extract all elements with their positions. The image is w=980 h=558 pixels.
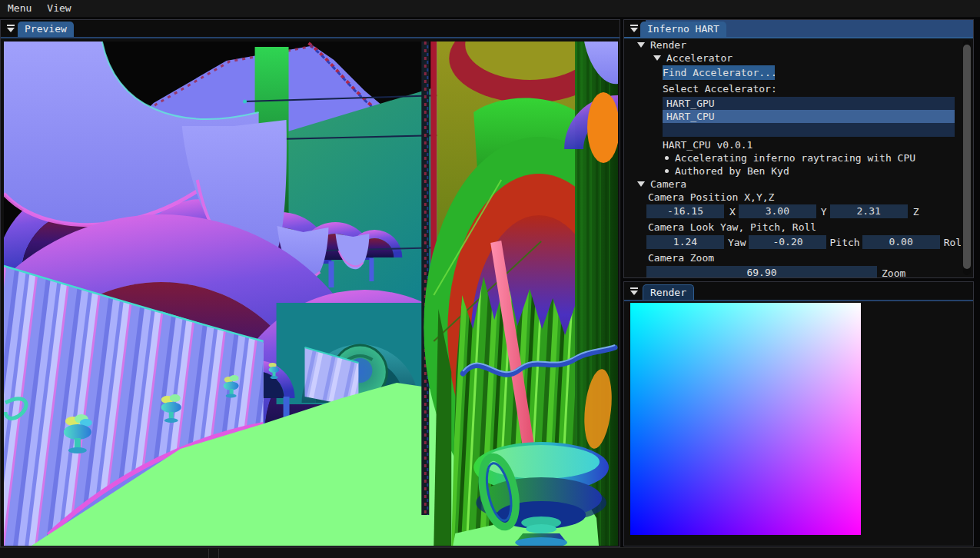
tree-node-camera[interactable]: Camera — [637, 178, 961, 191]
list-item-hart-cpu[interactable]: HART_CPU — [663, 110, 955, 123]
camera-zoom-field-label: Zoom — [882, 267, 905, 278]
camera-yaw-field[interactable]: 1.24 — [646, 235, 724, 249]
tree-node-label: Render — [650, 39, 686, 51]
camera-pos-z-label: Z — [913, 206, 919, 218]
tree-node-label: Camera — [650, 178, 686, 190]
accelerator-bullet-2: Authored by Ben Kyd — [663, 164, 961, 178]
accelerator-bullet-1: Accelerating inferno raytracing with CPU — [663, 151, 961, 164]
caret-down-icon — [637, 42, 645, 48]
preview-window: Preview — [0, 19, 620, 547]
camera-pos-y-label: Y — [821, 206, 827, 218]
tree-node-label: Accelerator — [666, 52, 733, 64]
inferno-hart-titlebar: Inferno HART — [624, 20, 973, 37]
tree-node-render[interactable]: Render — [637, 38, 961, 51]
camera-position-row: -16.15 X 3.00 Y 2.31 Z — [646, 204, 961, 218]
caret-down-icon — [653, 55, 661, 61]
render-output-gradient — [630, 303, 861, 535]
camera-zoom-label: Camera Zoom — [648, 251, 961, 264]
menu-item-menu[interactable]: Menu — [0, 0, 39, 17]
splitter-tick — [218, 549, 219, 558]
camera-position-label: Camera Position X,Y,Z — [648, 191, 961, 204]
tab-render[interactable]: Render — [643, 284, 694, 300]
preview-render-viewport[interactable] — [4, 42, 618, 546]
bullet-text: Accelerating inferno raytracing with CPU — [675, 152, 915, 164]
splitter-tick — [208, 549, 209, 558]
collapse-icon[interactable] — [7, 25, 15, 33]
tab-underline — [624, 300, 973, 301]
accelerator-version-label: HART_CPU v0.0.1 — [663, 138, 961, 151]
menu-bar: Menu View — [0, 0, 980, 18]
inferno-hart-window: Inferno HART Render Accelerator Find Acc… — [623, 19, 974, 278]
camera-pos-z-field[interactable]: 2.31 — [830, 204, 908, 218]
bullet-text: Authored by Ben Kyd — [675, 165, 789, 177]
preview-titlebar: Preview — [1, 20, 620, 37]
tab-underline — [1, 37, 620, 38]
camera-zoom-row: 69.90 Zoom — [646, 266, 961, 277]
inspector-content: Render Accelerator Find Accelerator... S… — [624, 38, 961, 277]
camera-pos-y-field[interactable]: 3.00 — [739, 204, 816, 218]
list-item-hart-gpu[interactable]: HART_GPU — [663, 97, 955, 110]
tree-node-accelerator[interactable]: Accelerator — [653, 51, 961, 65]
scrollbar-thumb[interactable] — [963, 45, 971, 269]
scrollbar-track[interactable] — [963, 40, 971, 275]
camera-roll-label: Rol — [944, 237, 961, 248]
render-output-window: Render — [623, 281, 974, 546]
tab-preview[interactable]: Preview — [18, 22, 74, 37]
camera-yaw-label: Yaw — [728, 237, 746, 248]
menu-item-view[interactable]: View — [39, 0, 78, 17]
camera-pos-x-label: X — [729, 206, 736, 218]
collapse-icon[interactable] — [630, 287, 639, 296]
camera-look-row: 1.24 Yaw -0.20 Pitch 0.00 Rol — [646, 235, 961, 249]
select-accelerator-label: Select Accelerator: — [663, 82, 961, 95]
camera-pitch-field[interactable]: -0.20 — [749, 235, 826, 249]
find-accelerator-button[interactable]: Find Accelerator... — [663, 65, 775, 80]
camera-roll-field[interactable]: 0.00 — [862, 235, 940, 249]
bullet-icon — [665, 156, 669, 160]
camera-pitch-label: Pitch — [829, 237, 859, 248]
caret-down-icon — [637, 181, 645, 187]
render-titlebar: Render — [624, 282, 973, 300]
bottom-strip — [0, 547, 980, 558]
tab-inferno-hart[interactable]: Inferno HART — [640, 22, 726, 37]
accelerator-listbox[interactable]: HART_GPU HART_CPU — [663, 97, 955, 137]
camera-zoom-field[interactable]: 69.90 — [646, 266, 877, 277]
bullet-icon — [665, 169, 669, 173]
camera-pos-x-field[interactable]: -16.15 — [646, 204, 724, 218]
collapse-icon[interactable] — [630, 25, 639, 33]
camera-look-label: Camera Look Yaw, Pitch, Roll — [648, 221, 961, 234]
